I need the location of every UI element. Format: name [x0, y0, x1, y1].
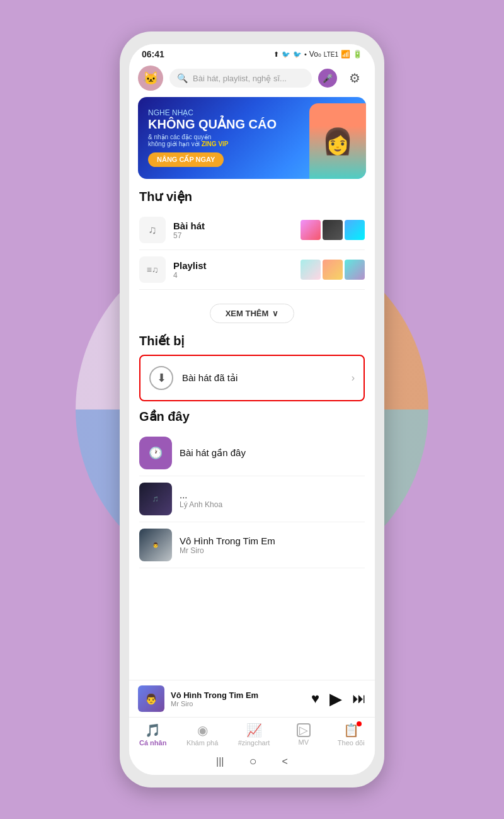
recent-ly-anh-khoa-sub: Lý Anh Khoa [180, 500, 365, 509]
mini-player[interactable]: 👨 Vô Hình Trong Tim Em Mr Siro ♥ ▶ ⏭ [129, 680, 375, 717]
android-back-button[interactable]: ||| [216, 756, 224, 767]
thumb-1 [301, 220, 321, 240]
see-more-container: XEM THÊM ∨ [129, 297, 375, 333]
play-button[interactable]: ▶ [329, 689, 342, 709]
bai-hat-icon: ♫ [139, 217, 166, 243]
gan-day-title: Gần đây [139, 409, 365, 424]
mini-player-info: Vô Hình Trong Tim Em Mr Siro [171, 690, 305, 707]
nav-item-ca-nhan[interactable]: 🎵 Cá nhân [134, 721, 172, 748]
thumb-4 [301, 260, 321, 280]
avatar[interactable]: 🐱 [138, 66, 163, 91]
scroll-content: NGHE NHẠC KHÔNG QUẢNG CÁO & nhận các đặc… [129, 97, 375, 680]
playlist-name: Playlist [173, 260, 301, 271]
android-nav: ||| ○ < [129, 749, 375, 775]
search-bar[interactable]: 🔍 Bài hát, playlist, nghệ sĩ... [169, 69, 312, 88]
kham-pha-icon: ◉ [197, 723, 208, 738]
thu-vien-section: Thư viện ♫ Bài hát 57 ≡♫ [129, 189, 375, 290]
status-time: 06:41 [142, 49, 164, 59]
mic-button[interactable]: 🎤 [318, 69, 337, 88]
see-more-button[interactable]: XEM THÊM ∨ [210, 304, 295, 323]
bai-hat-info: Bài hát 57 [173, 220, 301, 240]
mini-player-title: Vô Hình Trong Tim Em [171, 690, 305, 700]
mic-icon: 🎤 [323, 74, 333, 83]
phone-screen: 06:41 ⬆ 🐦 🐦 • Vo₀ LTE1 📶 🔋 🐱 🔍 Bài hát, … [129, 44, 375, 775]
recent-vo-hinh-name: Vô Hình Trong Tim Em [180, 536, 365, 546]
twitter-icon-2: 🐦 [293, 50, 302, 59]
recent-ly-anh-khoa-info: ... Lý Anh Khoa [180, 490, 365, 509]
recent-thumb-ly-anh-khoa: 🎵 [139, 483, 172, 515]
ca-nhan-icon: 🎵 [145, 723, 161, 738]
zingchart-icon: 📈 [246, 723, 262, 738]
playlist-count: 4 [173, 271, 301, 280]
heart-button[interactable]: ♥ [311, 690, 319, 707]
download-icon: ⬇ [149, 366, 173, 390]
wifi-icon: Vo₀ [309, 50, 321, 59]
dot-indicator: • [304, 50, 307, 58]
search-icon: 🔍 [177, 73, 188, 83]
thu-vien-title: Thư viện [139, 189, 365, 204]
recent-item-vo-hinh[interactable]: 👨 Vô Hình Trong Tim Em Mr Siro [139, 522, 365, 568]
mini-player-controls: ♥ ▶ ⏭ [311, 689, 366, 709]
bai-hat-count: 57 [173, 231, 301, 240]
gan-day-section: Gần đây 🕐 Bài hát gần đây 🎵 ... Lý Anh [129, 409, 375, 568]
ca-nhan-label: Cá nhân [139, 739, 166, 747]
search-placeholder: Bài hát, playlist, nghệ sĩ... [193, 74, 304, 83]
status-icons: ⬆ 🐦 🐦 • Vo₀ LTE1 📶 🔋 [273, 50, 362, 59]
zingchart-label: #zingchart [238, 739, 270, 747]
upload-icon: ⬆ [273, 50, 279, 59]
bai-hat-da-tai-label: Bài hát đã tải [182, 372, 352, 384]
bai-hat-thumbs [301, 220, 365, 240]
library-item-playlist[interactable]: ≡♫ Playlist 4 [139, 250, 365, 290]
battery-icon: 🔋 [353, 50, 362, 59]
bottom-nav: 🎵 Cá nhân ◉ Khám phá 📈 #zingchart ▷ MV 📋… [129, 717, 375, 749]
playlist-info: Playlist 4 [173, 260, 301, 280]
nav-item-kham-pha[interactable]: ◉ Khám phá [181, 721, 223, 748]
thumb-5 [323, 260, 343, 280]
recent-vo-hinh-sub: Mr Siro [180, 546, 365, 555]
arrow-right-icon: › [352, 372, 355, 384]
playlist-icon: ≡♫ [139, 256, 166, 283]
recent-item-bai-hat[interactable]: 🕐 Bài hát gần đây [139, 430, 365, 476]
settings-button[interactable]: ⚙ [343, 67, 366, 89]
library-item-bai-hat[interactable]: ♫ Bài hát 57 [139, 210, 365, 250]
recent-vo-hinh-info: Vô Hình Trong Tim Em Mr Siro [180, 536, 365, 555]
thumb-6 [345, 260, 365, 280]
settings-icon: ⚙ [349, 71, 360, 86]
mv-label: MV [299, 738, 309, 746]
android-home-button[interactable]: ○ [249, 754, 257, 769]
thumb-3 [345, 220, 365, 240]
vip-banner[interactable]: NGHE NHẠC KHÔNG QUẢNG CÁO & nhận các đặc… [138, 97, 366, 179]
nav-item-theo-doi[interactable]: 📋 Theo dõi [332, 721, 370, 748]
kham-pha-label: Khám phá [186, 739, 218, 747]
recent-item-ly-anh-khoa[interactable]: 🎵 ... Lý Anh Khoa [139, 476, 365, 522]
mini-player-thumb: 👨 [138, 685, 164, 712]
status-bar: 06:41 ⬆ 🐦 🐦 • Vo₀ LTE1 📶 🔋 [129, 44, 375, 62]
top-bar: 🐱 🔍 Bài hát, playlist, nghệ sĩ... 🎤 ⚙ [129, 62, 375, 97]
twitter-icon-1: 🐦 [282, 50, 290, 59]
phone-outer: 06:41 ⬆ 🐦 🐦 • Vo₀ LTE1 📶 🔋 🐱 🔍 Bài hát, … [120, 32, 384, 788]
next-button[interactable]: ⏭ [352, 690, 366, 707]
theo-doi-icon: 📋 [343, 723, 359, 737]
zing-vip-label: ZING VIP [202, 140, 229, 147]
banner-illustration: 👩 [309, 103, 366, 179]
android-recent-button[interactable]: < [282, 756, 288, 767]
nav-item-zingchart[interactable]: 📈 #zingchart [233, 721, 275, 748]
thiet-bi-title: Thiết bị [139, 333, 365, 348]
mini-player-artist: Mr Siro [171, 700, 305, 707]
thumb-2 [323, 220, 343, 240]
recent-bai-hat-name: Bài hát gần đây [180, 447, 365, 459]
thiet-bi-section: Thiết bị ⬇ Bài hát đã tải › [129, 333, 375, 401]
bai-hat-da-tai-item[interactable]: ⬇ Bài hát đã tải › [139, 355, 365, 401]
upgrade-button[interactable]: NÂNG CẤP NGAY [148, 152, 224, 167]
see-more-label: XEM THÊM [226, 309, 269, 318]
theo-doi-badge-container: 📋 [343, 723, 359, 738]
recent-clock-icon: 🕐 [139, 437, 172, 469]
recent-ly-anh-khoa-name: ... [180, 490, 365, 500]
lte-icon: LTE1 [324, 51, 338, 58]
nav-item-mv[interactable]: ▷ MV [285, 722, 323, 747]
recent-bai-hat-info: Bài hát gần đây [180, 447, 365, 459]
bai-hat-name: Bài hát [173, 220, 301, 231]
signal-icon: 📶 [341, 50, 350, 59]
mv-icon: ▷ [297, 723, 311, 737]
recent-thumb-vo-hinh: 👨 [139, 529, 172, 561]
